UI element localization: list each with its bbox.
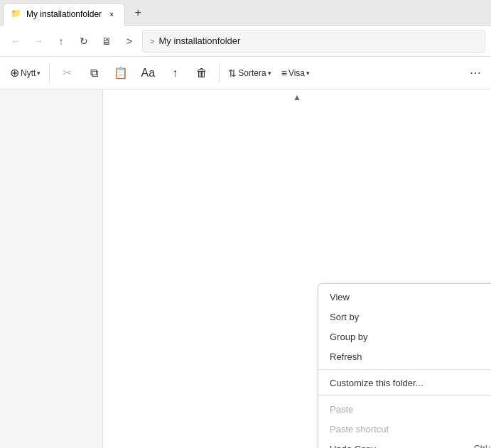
view-label: Visa (288, 68, 305, 78)
new-icon: ⊕ (10, 66, 19, 80)
sort-button[interactable]: ⇅ Sortera ▾ (224, 59, 275, 87)
nav-bar: ← → ↑ ↻ 🖥 > > My installationfolder (0, 26, 491, 57)
sort-label: Sortera (238, 68, 266, 78)
delete-icon: 🗑 (196, 67, 207, 80)
ctx-customize-label: Customize this folder... (330, 378, 423, 388)
address-text: My installationfolder (158, 35, 240, 46)
ctx-paste-shortcut-label: Paste shortcut (330, 424, 389, 435)
paste-icon: 📋 (114, 66, 128, 80)
share-button[interactable]: ↑ (162, 59, 188, 87)
up-button[interactable]: ↑ (51, 31, 71, 51)
ctx-view-label: View (330, 292, 350, 302)
view-button[interactable]: ≡ Visa ▾ (277, 59, 314, 87)
new-tab-button[interactable]: + (128, 3, 148, 23)
content-pane[interactable]: ▲ View ▶ Sort by ▶ Group by ▶ Refresh Cu… (103, 89, 491, 448)
up-arrow-indicator: ▲ (293, 92, 301, 102)
toolbar-divider-2 (219, 63, 220, 83)
ctx-customize[interactable]: Customize this folder... (318, 373, 491, 393)
new-button[interactable]: ⊕ Nytt ▾ (6, 59, 45, 87)
delete-button[interactable]: 🗑 (189, 59, 215, 87)
tab-title: My installationfolder (26, 9, 102, 19)
back-button[interactable]: ← (6, 31, 26, 51)
cut-icon: ✂ (63, 66, 72, 80)
address-arrow: > (150, 37, 154, 45)
ctx-refresh-label: Refresh (330, 351, 362, 362)
ctx-refresh[interactable]: Refresh (318, 346, 491, 366)
copy-icon: ⧉ (90, 67, 98, 80)
sort-icon: ⇅ (228, 67, 237, 79)
forward-button[interactable]: → (28, 31, 48, 51)
sidebar (0, 89, 103, 448)
paste-button[interactable]: 📋 (108, 59, 134, 87)
nav-chevron: > (119, 31, 139, 51)
rename-icon: Aa (141, 67, 156, 80)
tab-bar: 📁 My installationfolder × + (0, 0, 491, 26)
tab-close-button[interactable]: × (106, 9, 117, 20)
context-menu: View ▶ Sort by ▶ Group by ▶ Refresh Cust… (318, 283, 491, 448)
tab-my-installation-folder[interactable]: 📁 My installationfolder × (3, 3, 125, 26)
address-bar[interactable]: > My installationfolder (142, 30, 485, 53)
ctx-undo-copy[interactable]: Undo Copy Ctrl+Z (318, 439, 491, 448)
view-dropdown-arrow: ▾ (306, 70, 310, 77)
ctx-paste-shortcut[interactable]: Paste shortcut (318, 419, 491, 439)
main-area: ▲ View ▶ Sort by ▶ Group by ▶ Refresh Cu… (0, 89, 491, 448)
ctx-group-by[interactable]: Group by ▶ (318, 327, 491, 346)
folder-icon: 📁 (11, 9, 22, 20)
ctx-sort-by[interactable]: Sort by ▶ (318, 307, 491, 327)
rename-button[interactable]: Aa (135, 59, 161, 87)
more-button[interactable]: ⋯ (465, 63, 485, 83)
refresh-button[interactable]: ↻ (74, 31, 94, 51)
share-icon: ↑ (172, 67, 178, 80)
ctx-sort-by-label: Sort by (330, 312, 359, 322)
toolbar: ⊕ Nytt ▾ ✂ ⧉ 📋 Aa ↑ 🗑 ⇅ Sortera ▾ ≡ Visa… (0, 57, 491, 89)
ctx-undo-copy-shortcut: Ctrl+Z (474, 444, 491, 448)
sort-dropdown-arrow: ▾ (268, 70, 271, 77)
view-icon: ≡ (281, 67, 287, 79)
ctx-view[interactable]: View ▶ (318, 287, 491, 307)
new-label: Nytt (21, 68, 36, 78)
cut-button[interactable]: ✂ (54, 59, 80, 87)
ctx-paste[interactable]: Paste (318, 399, 491, 419)
new-dropdown-arrow: ▾ (37, 70, 41, 77)
ctx-undo-copy-label: Undo Copy (330, 444, 376, 449)
monitor-button[interactable]: 🖥 (97, 31, 117, 51)
ctx-separator-1 (318, 369, 491, 370)
toolbar-divider-1 (49, 63, 50, 83)
ctx-paste-label: Paste (330, 404, 353, 415)
ctx-group-by-label: Group by (330, 332, 367, 342)
copy-button[interactable]: ⧉ (81, 59, 107, 87)
ctx-separator-2 (318, 395, 491, 396)
